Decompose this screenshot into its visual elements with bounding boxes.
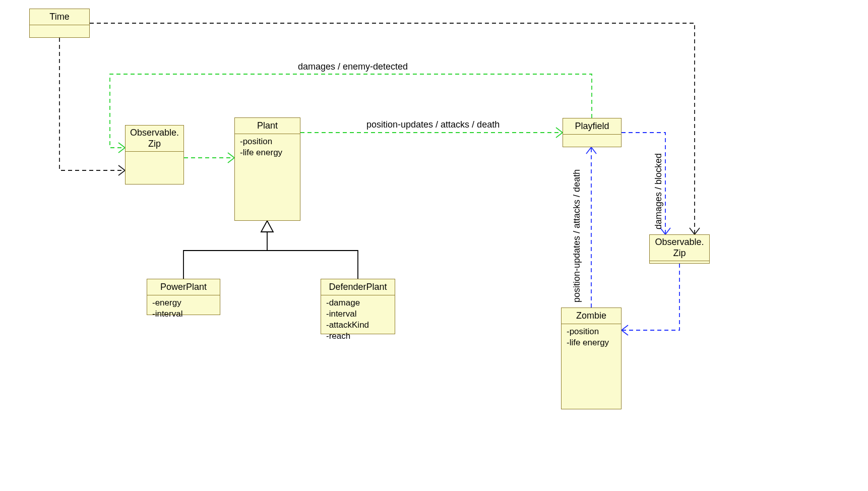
attr-interval2: -interval — [326, 309, 390, 320]
attr-life-energy: -life energy — [240, 147, 295, 158]
diagram-edges — [0, 0, 868, 491]
class-defenderplant-title: DefenderPlant — [321, 279, 395, 295]
class-defenderplant: DefenderPlant -damage -interval -attackK… — [321, 279, 395, 334]
label-damages-enemy-detected: damages / enemy-detected — [298, 62, 408, 72]
svg-marker-0 — [261, 221, 273, 232]
class-observable-zip-2-title: Observable. Zip — [650, 235, 709, 261]
attr-energy: -energy — [152, 297, 215, 309]
attr-zombie-life-energy: -life energy — [567, 337, 616, 348]
class-powerplant-attrs: -energy -interval — [147, 295, 220, 323]
class-plant-title: Plant — [235, 118, 300, 134]
attr-attackkind: -attackKind — [326, 320, 390, 331]
class-playfield-title: Playfield — [563, 118, 621, 135]
label-position-updates-attacks-death-vertical: position-updates / attacks / death — [572, 151, 582, 302]
class-powerplant-title: PowerPlant — [147, 279, 220, 295]
class-zombie-title: Zombie — [562, 308, 621, 324]
class-time: Time — [29, 9, 90, 38]
attr-position: -position — [240, 136, 295, 147]
attr-damage: -damage — [326, 297, 390, 309]
class-time-title: Time — [30, 9, 89, 25]
label-damages-blocked: damages / blocked — [653, 139, 664, 229]
class-observable-zip-1-title: Observable. Zip — [126, 126, 183, 152]
class-defenderplant-attrs: -damage -interval -attackKind -reach — [321, 295, 395, 345]
class-observable-zip-1: Observable. Zip — [125, 125, 184, 185]
class-powerplant: PowerPlant -energy -interval — [147, 279, 220, 315]
class-zombie: Zombie -position -life energy — [561, 308, 622, 409]
attr-reach: -reach — [326, 331, 390, 342]
class-plant-attrs: -position -life energy — [235, 134, 300, 161]
class-observable-zip-2: Observable. Zip — [649, 234, 710, 264]
class-playfield: Playfield — [563, 118, 622, 147]
attr-interval: -interval — [152, 309, 215, 320]
attr-zombie-position: -position — [567, 326, 616, 337]
label-position-updates-attacks-death: position-updates / attacks / death — [366, 119, 500, 130]
class-plant: Plant -position -life energy — [234, 117, 300, 221]
class-zombie-attrs: -position -life energy — [562, 324, 621, 351]
